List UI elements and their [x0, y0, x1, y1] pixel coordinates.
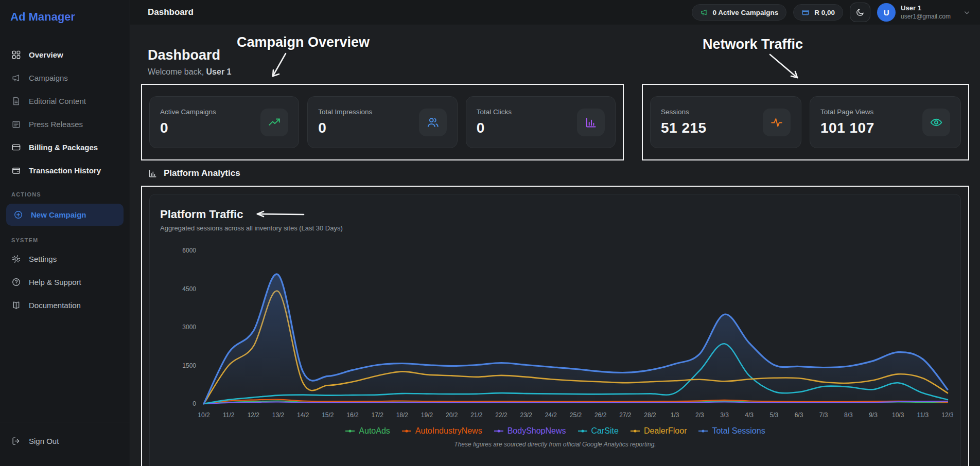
eye-icon	[930, 116, 943, 129]
y-axis-tick: 3000	[182, 324, 196, 331]
series-area-total-sessions	[204, 274, 948, 404]
platform-traffic-chart[interactable]: 0150030004500600010/211/212/213/214/215/…	[160, 240, 953, 424]
stat-label: Total Clicks	[477, 108, 512, 116]
user-name: User 1	[901, 4, 951, 12]
x-axis-tick: 12/3	[941, 411, 953, 419]
annotation-campaign-overview: Campaign Overview	[237, 34, 370, 50]
stat-label: Total Page Views	[820, 108, 874, 116]
stat-value: 0	[160, 120, 216, 136]
trending-up-icon	[268, 116, 281, 129]
users-icon	[426, 116, 440, 129]
signout-wrap: Sign Out	[0, 422, 130, 466]
stat-label: Active Campaigns	[160, 108, 216, 116]
x-axis-tick: 11/3	[917, 411, 929, 419]
stat-group-campaign-overview: Active Campaigns0Total Impressions0Total…	[141, 84, 624, 160]
bar-chart-icon	[584, 116, 598, 129]
book-icon	[11, 300, 21, 310]
platform-traffic-card: Platform Traffic Aggregated sessions acr…	[149, 194, 961, 466]
topbar-badges: 0 Active CampaignsR 0,00	[692, 4, 844, 21]
stats-row: Active Campaigns0Total Impressions0Total…	[141, 84, 969, 160]
sidebar-item-transaction-history[interactable]: Transaction History	[0, 159, 130, 182]
x-axis-tick: 11/2	[223, 411, 235, 419]
x-axis-tick: 5/3	[769, 411, 778, 419]
help-circle-icon	[11, 277, 21, 287]
sidebar-item-billing-packages[interactable]: Billing & Packages	[0, 136, 130, 159]
sidebar-item-label: Editorial Content	[29, 97, 86, 105]
sidebar-item-label: Documentation	[29, 301, 81, 310]
legend-item-autoindustrynews[interactable]: AutoIndustryNews	[401, 426, 482, 436]
stat-card-total-impressions: Total Impressions0	[307, 96, 457, 148]
sign-out-icon	[11, 436, 21, 446]
sidebar-item-help-support[interactable]: Help & Support	[0, 271, 130, 294]
stat-value: 51 215	[661, 120, 707, 136]
x-axis-tick: 22/2	[495, 411, 507, 419]
sidebar-item-settings[interactable]: Settings	[0, 247, 130, 271]
balance-badge[interactable]: R 0,00	[793, 4, 843, 21]
sidebar-item-label: Billing & Packages	[29, 143, 98, 152]
topbar: Dashboard 0 Active CampaignsR 0,00 U Use…	[130, 0, 980, 25]
topbar-right: 0 Active CampaignsR 0,00 U User 1 user1@…	[692, 3, 971, 22]
sidebar: Ad Manager OverviewCampaignsEditorial Co…	[0, 0, 130, 466]
x-axis-tick: 28/2	[644, 411, 656, 419]
badge-label: 0 Active Campaigns	[713, 9, 779, 16]
active-campaigns-badge[interactable]: 0 Active Campaigns	[692, 4, 787, 21]
x-axis-tick: 2/3	[695, 411, 704, 419]
legend-item-total-sessions[interactable]: Total Sessions	[698, 426, 765, 436]
sidebar-item-campaigns[interactable]: Campaigns	[0, 66, 130, 89]
x-axis-tick: 1/3	[671, 411, 679, 419]
stat-label: Sessions	[661, 108, 707, 116]
chevron-down-icon	[963, 9, 971, 16]
legend-marker-icon	[698, 428, 708, 434]
legend-marker-icon	[577, 428, 588, 434]
sidebar-item-new-campaign[interactable]: New Campaign	[6, 204, 124, 226]
legend-item-autoads[interactable]: AutoAds	[345, 426, 390, 436]
user-menu[interactable]: U User 1 user1@gmail.com	[877, 3, 971, 22]
activity-icon	[770, 116, 783, 129]
legend-label: DealerFloor	[644, 426, 687, 436]
badge-label: R 0,00	[814, 9, 835, 16]
legend-marker-icon	[345, 428, 355, 434]
credit-card-icon	[11, 142, 21, 152]
x-axis-tick: 26/2	[594, 411, 607, 419]
grid-icon	[11, 50, 21, 60]
x-axis-tick: 21/2	[470, 411, 483, 419]
legend-item-carsite[interactable]: CarSite	[577, 426, 619, 436]
x-axis-tick: 6/3	[795, 411, 803, 419]
x-axis-tick: 14/2	[297, 411, 309, 419]
welcome-user-name: User 1	[206, 67, 232, 76]
sidebar-spacer	[0, 317, 130, 422]
theme-toggle-button[interactable]	[850, 3, 870, 22]
sidebar-item-overview[interactable]: Overview	[0, 43, 130, 66]
y-axis-tick: 6000	[182, 247, 196, 254]
megaphone-icon	[11, 73, 21, 83]
stat-value: 0	[477, 120, 512, 136]
chart-title: Platform Traffic	[160, 208, 243, 221]
main-content: Dashboard Welcome back, User 1 Campaign …	[130, 25, 980, 466]
sidebar-item-label: Settings	[29, 255, 57, 263]
sign-out-button[interactable]: Sign Out	[0, 429, 130, 453]
legend-label: CarSite	[591, 426, 619, 436]
x-axis-tick: 23/2	[520, 411, 532, 419]
x-axis-tick: 18/2	[396, 411, 409, 419]
legend-label: AutoAds	[359, 426, 390, 436]
sidebar-item-editorial-content[interactable]: Editorial Content	[0, 89, 130, 113]
newspaper-icon	[11, 119, 21, 129]
x-axis-tick: 20/2	[446, 411, 458, 419]
stat-icon-box	[577, 109, 605, 136]
legend-item-dealerfloor[interactable]: DealerFloor	[630, 426, 687, 436]
sidebar-item-label: Campaigns	[29, 74, 68, 82]
stat-value: 0	[318, 120, 372, 136]
chart-legend: AutoAdsAutoIndustryNewsBodyShopNewsCarSi…	[160, 426, 950, 436]
sidebar-item-label: New Campaign	[31, 210, 86, 219]
sidebar-item-documentation[interactable]: Documentation	[0, 294, 130, 317]
legend-item-bodyshopnews[interactable]: BodyShopNews	[494, 426, 566, 436]
sidebar-item-label: Transaction History	[29, 166, 101, 175]
x-axis-tick: 19/2	[421, 411, 433, 419]
chart-outer-frame: Platform Traffic Aggregated sessions acr…	[141, 186, 969, 466]
x-axis-tick: 16/2	[346, 411, 359, 419]
x-axis-tick: 27/2	[619, 411, 632, 419]
sidebar-item-label: Help & Support	[29, 278, 81, 286]
sidebar-item-press-releases[interactable]: Press Releases	[0, 113, 130, 136]
chart-subtitle: Aggregated sessions across all inventory…	[160, 224, 950, 232]
analytics-section-header: Platform Analytics	[148, 168, 240, 178]
